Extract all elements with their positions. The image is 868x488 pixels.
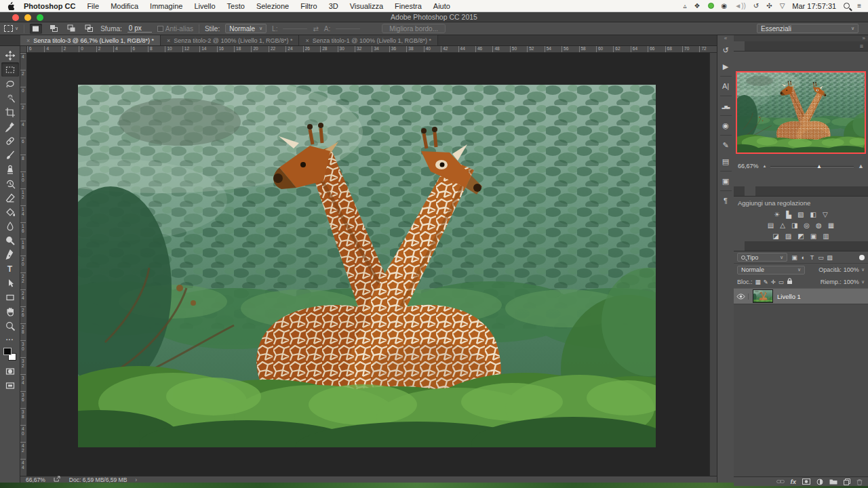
- adjustment-icon[interactable]: ▽: [823, 211, 828, 218]
- creative-cloud-icon[interactable]: ◉: [722, 2, 728, 9]
- layer-filter-icon[interactable]: ▭: [816, 254, 825, 261]
- adjustment-icon[interactable]: ▤: [768, 222, 774, 229]
- zoom-in-icon[interactable]: ▲: [858, 163, 864, 169]
- adjustment-icon[interactable]: ▣: [810, 232, 816, 240]
- gradient-tool[interactable]: [1, 205, 19, 219]
- close-icon[interactable]: ×: [26, 37, 30, 44]
- adjustment-icon[interactable]: ▙: [786, 211, 791, 218]
- new-selection-button[interactable]: [30, 24, 42, 34]
- menu-item[interactable]: Filtro: [300, 2, 317, 10]
- menubar-extra-icon[interactable]: ▽: [780, 2, 785, 9]
- collapse-panels-icon[interactable]: »: [734, 35, 868, 41]
- path-selection-tool[interactable]: [1, 276, 19, 290]
- link-layers-icon[interactable]: [776, 479, 785, 484]
- lock-pixels-icon[interactable]: ✎: [764, 279, 768, 285]
- menu-item[interactable]: Livello: [194, 2, 215, 10]
- clone-source-panel-icon[interactable]: ▣: [717, 173, 734, 189]
- spotlight-icon[interactable]: [844, 3, 850, 9]
- eraser-tool[interactable]: [1, 190, 19, 205]
- status-dot-icon[interactable]: [708, 3, 714, 9]
- navigator-zoom-value[interactable]: 66,67%: [738, 163, 759, 169]
- refine-edge-button[interactable]: Migliora bordo...: [382, 24, 446, 33]
- add-layer-mask-icon[interactable]: [802, 479, 810, 485]
- lock-all-icon[interactable]: [787, 278, 793, 286]
- swap-dimensions-icon[interactable]: ⇄: [313, 25, 318, 33]
- menu-item[interactable]: Photoshop CC: [24, 2, 75, 10]
- panel-tab[interactable]: [734, 186, 745, 196]
- screen-mode-button[interactable]: [1, 378, 19, 392]
- layer-filter-icon[interactable]: ▣: [790, 254, 799, 261]
- share-icon[interactable]: [54, 476, 61, 483]
- document-tab[interactable]: ×Senza titolo-1 @ 100% (Livello 1, RGB/8…: [299, 35, 437, 45]
- history-brush-tool[interactable]: [1, 176, 19, 190]
- document-tab[interactable]: ×Senza titolo-3 @ 66,7% (Livello 1, RGB/…: [20, 35, 161, 45]
- foreground-background-swatches[interactable]: [2, 346, 18, 364]
- spot-healing-brush-tool[interactable]: [1, 134, 19, 148]
- rectangular-marquee-tool[interactable]: [1, 62, 19, 77]
- brush-presets-panel-icon[interactable]: ✎: [717, 137, 734, 153]
- menu-clock[interactable]: Mar 17:57:31: [792, 2, 836, 10]
- adjustment-icon[interactable]: ◩: [797, 232, 804, 240]
- lock-artboard-icon[interactable]: ▭: [778, 279, 784, 285]
- zoom-tool[interactable]: [1, 319, 19, 333]
- character-panel-icon[interactable]: A|: [717, 78, 734, 94]
- menu-item[interactable]: File: [87, 2, 99, 10]
- navigator-zoom-slider[interactable]: ▲: [770, 163, 854, 169]
- rectangle-shape-tool[interactable]: [1, 290, 19, 304]
- adjustment-icon[interactable]: ▦: [828, 222, 834, 229]
- fill-control[interactable]: Riemp.:100%∨: [821, 279, 865, 285]
- blur-tool[interactable]: [1, 219, 19, 233]
- menu-item[interactable]: Testo: [227, 2, 245, 10]
- document-size-info[interactable]: Doc: 6,59 MB/6,59 MB: [69, 476, 127, 483]
- layer-row[interactable]: Livello 1: [734, 288, 868, 304]
- subtract-from-selection-button[interactable]: [65, 24, 77, 34]
- height-input[interactable]: [336, 28, 360, 29]
- layers-list-empty-area[interactable]: [734, 304, 868, 476]
- slider-thumb[interactable]: ▲: [816, 163, 822, 169]
- layer-style-fx-icon[interactable]: fx: [791, 478, 796, 485]
- panel-tab[interactable]: [745, 241, 755, 251]
- new-adjustment-layer-icon[interactable]: [816, 479, 823, 485]
- brush-tool[interactable]: [1, 148, 19, 162]
- layer-thumbnail[interactable]: [753, 289, 773, 303]
- new-group-icon[interactable]: [829, 479, 837, 485]
- menu-item[interactable]: Modifica: [111, 2, 138, 10]
- ruler-origin-box[interactable]: [20, 46, 27, 53]
- panel-tab[interactable]: [745, 41, 755, 51]
- canvas-document[interactable]: [78, 85, 656, 447]
- keyboard-icon[interactable]: ✣: [766, 2, 772, 9]
- eyedropper-tool[interactable]: [1, 119, 19, 134]
- expand-panels-icon[interactable]: «: [724, 35, 727, 42]
- zoom-level-field[interactable]: 66,67%: [26, 476, 45, 483]
- adjustment-icon[interactable]: △: [780, 222, 785, 229]
- volume-icon[interactable]: ◄)): [734, 2, 746, 9]
- menu-item[interactable]: Selezione: [256, 2, 289, 10]
- hand-tool[interactable]: [1, 304, 19, 319]
- panel-tab[interactable]: [755, 186, 766, 196]
- magic-wand-tool[interactable]: [1, 91, 19, 105]
- document-tab[interactable]: ×Senza titolo-2 @ 100% (Livello 1, RGB/8…: [161, 35, 299, 45]
- lasso-tool[interactable]: [1, 77, 19, 91]
- foreground-color-swatch[interactable]: [3, 348, 12, 355]
- drive-icon[interactable]: ▵: [684, 2, 687, 9]
- lock-transparency-icon[interactable]: ▦: [755, 279, 761, 285]
- histogram-panel-icon[interactable]: ▂▅▃: [717, 98, 734, 114]
- layer-filter-icon[interactable]: ◐: [799, 254, 808, 261]
- panel-tab[interactable]: [755, 41, 766, 51]
- paragraph-panel-icon[interactable]: ¶: [717, 192, 734, 209]
- adjustment-icon[interactable]: ◪: [772, 232, 778, 240]
- panel-tab[interactable]: [755, 241, 766, 251]
- menu-item[interactable]: Immagine: [150, 2, 182, 10]
- panel-tab[interactable]: [734, 41, 745, 51]
- filter-toggle-icon[interactable]: [859, 255, 865, 260]
- current-tool-button[interactable]: ∨: [4, 25, 18, 32]
- layer-visibility-eye-icon[interactable]: [734, 293, 749, 300]
- pen-tool[interactable]: [1, 247, 19, 262]
- adjustment-icon[interactable]: ▥: [823, 232, 829, 240]
- adjustment-icon[interactable]: ◎: [804, 222, 810, 229]
- panel-tab[interactable]: [745, 186, 755, 196]
- type-tool[interactable]: T: [1, 262, 19, 276]
- panel-tab[interactable]: [734, 241, 745, 251]
- width-input[interactable]: [283, 28, 307, 29]
- dropbox-icon[interactable]: ❖: [694, 2, 701, 9]
